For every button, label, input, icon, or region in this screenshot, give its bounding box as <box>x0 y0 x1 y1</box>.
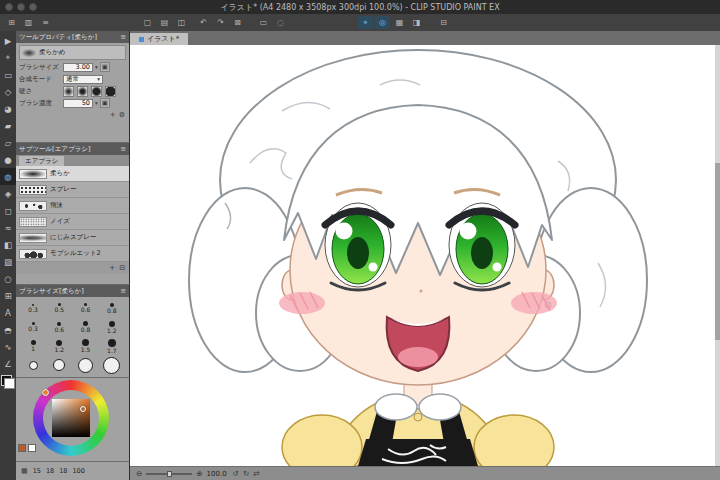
layer-move-tool-icon[interactable]: ⌖ <box>0 49 16 66</box>
rotate-left-icon[interactable]: ↺ <box>233 469 239 478</box>
select-icon[interactable]: ▭ <box>256 16 271 29</box>
balloon-tool-icon[interactable]: ◓ <box>0 321 16 338</box>
brush-size-preset[interactable]: 1.5 <box>73 337 99 355</box>
add-subtool-icon[interactable]: + <box>109 264 115 272</box>
canvas-viewport[interactable] <box>130 45 720 466</box>
figure-tool-icon[interactable]: ○ <box>0 270 16 287</box>
brush-size-preset[interactable]: 1.2 <box>99 318 125 336</box>
line-correction-tool-icon[interactable]: ∿ <box>0 338 16 355</box>
vertical-scrollbar-thumb[interactable] <box>715 163 720 340</box>
menu-icon[interactable]: ≡ <box>38 16 53 29</box>
airbrush-tool-icon[interactable]: ◍ <box>0 168 16 185</box>
flip-horizontal-icon[interactable]: ⇄ <box>253 469 259 478</box>
brush-size-preset[interactable]: 0.6 <box>46 318 72 336</box>
hardness-option-1[interactable] <box>63 86 74 97</box>
brush-size-header[interactable]: ブラシサイズ[柔らか] ≡ <box>16 285 129 297</box>
sv-marker[interactable] <box>80 406 86 412</box>
brush-size-preset[interactable]: 0.8 <box>99 299 125 317</box>
background-color-swatch[interactable] <box>4 378 15 389</box>
subtool-item-mob-silhouette[interactable]: モブシルエット2 <box>16 246 129 262</box>
brush-size-preset[interactable]: 0.3 <box>20 318 46 336</box>
subtool-item-noise[interactable]: ノイズ <box>16 214 129 230</box>
saturation-value-square[interactable] <box>52 399 90 437</box>
open-file-icon[interactable]: ▤ <box>157 16 172 29</box>
density-caret-icon[interactable]: ▾ <box>95 100 98 106</box>
brush-size-preset[interactable] <box>46 356 72 374</box>
selection-tool-icon[interactable]: ▭ <box>0 66 16 83</box>
blend-mode-dropdown[interactable]: 通常▾ <box>63 75 103 84</box>
hue-marker[interactable] <box>42 389 49 396</box>
fit-view-icon[interactable]: ⊟ <box>436 16 451 29</box>
decoration-tool-icon[interactable]: ◈ <box>0 185 16 202</box>
rotate-right-icon[interactable]: ↻ <box>243 469 249 478</box>
zoom-out-icon[interactable]: ⊖ <box>136 469 142 478</box>
ruler-tool-icon[interactable]: ∠ <box>0 355 16 372</box>
wrench-icon[interactable]: ⚙ <box>119 111 125 119</box>
new-file-icon[interactable]: ▢ <box>140 16 155 29</box>
brush-size-preset[interactable]: 1 <box>20 337 46 355</box>
close-button[interactable] <box>5 3 13 11</box>
pen-tool-icon[interactable]: ▰ <box>0 117 16 134</box>
redo-icon[interactable]: ↷ <box>213 16 228 29</box>
undo-icon[interactable]: ↶ <box>196 16 211 29</box>
panel-menu-icon[interactable]: ≡ <box>120 287 126 295</box>
brush-size-preset[interactable]: 0.5 <box>46 299 72 317</box>
eyedropper-tool-icon[interactable]: ◕ <box>0 100 16 117</box>
hardness-option-4[interactable] <box>105 86 116 97</box>
subtool-item-splash[interactable]: 飛沫 <box>16 198 129 214</box>
workspace-icon[interactable]: ⊞ <box>4 16 19 29</box>
sub-color-swatch[interactable] <box>28 444 36 452</box>
pencil-tool-icon[interactable]: ▱ <box>0 134 16 151</box>
subtool-header[interactable]: サブツール[エアブラシ] ≡ <box>16 143 129 155</box>
eraser-tool-icon[interactable]: ◻ <box>0 202 16 219</box>
brush-size-input[interactable]: 3.00 <box>63 63 93 72</box>
zoom-in-icon[interactable]: ⊕ <box>196 469 202 478</box>
brush-size-preset[interactable]: 1.2 <box>46 337 72 355</box>
text-tool-icon[interactable]: A <box>0 304 16 321</box>
color-swatch-pair[interactable] <box>1 375 15 389</box>
snap-ruler-icon[interactable]: ⌖ <box>358 16 373 29</box>
brush-preset-row[interactable]: 柔らかめ <box>19 45 126 60</box>
density-input[interactable]: 50 <box>63 99 93 108</box>
brush-size-dynamics-button[interactable]: ▣ <box>100 62 110 72</box>
subtool-item-blur-spray[interactable]: にじみスプレー <box>16 230 129 246</box>
brush-size-preset[interactable]: 0.8 <box>73 318 99 336</box>
auto-select-tool-icon[interactable]: ◇ <box>0 83 16 100</box>
brush-tool-icon[interactable]: ● <box>0 151 16 168</box>
brush-size-preset[interactable]: 0.6 <box>73 299 99 317</box>
subtool-item-soft[interactable]: 柔らか <box>16 166 129 182</box>
brush-size-preset[interactable] <box>20 356 46 374</box>
zoom-slider-knob[interactable] <box>167 471 172 477</box>
subtool-tab-airbrush[interactable]: エアブラシ <box>19 156 64 166</box>
deselect-icon[interactable]: ◌ <box>273 16 288 29</box>
brush-size-preset[interactable] <box>73 356 99 374</box>
brush-size-preset[interactable]: 0.3 <box>20 299 46 317</box>
brush-size-preset[interactable] <box>99 356 125 374</box>
material-icon[interactable]: ◨ <box>409 16 424 29</box>
color-wheel[interactable] <box>33 380 109 456</box>
palette-dock-icon[interactable]: ▥ <box>21 16 36 29</box>
subtool-item-spray[interactable]: スプレー <box>16 182 129 198</box>
save-icon[interactable]: ◫ <box>174 16 189 29</box>
brush-size-preset[interactable]: 1.7 <box>99 337 125 355</box>
clear-icon[interactable]: ⊠ <box>230 16 245 29</box>
hardness-option-3[interactable] <box>91 86 102 97</box>
grid-icon[interactable]: ▦ <box>392 16 407 29</box>
delete-subtool-icon[interactable]: ⊟ <box>119 264 125 272</box>
vertical-scrollbar[interactable] <box>715 45 720 466</box>
canvas-tab[interactable]: イラスト* <box>130 33 188 45</box>
panel-menu-icon[interactable]: ≡ <box>120 145 126 153</box>
tool-property-header[interactable]: ツールプロパティ[柔らか] ≡ <box>16 31 129 43</box>
values-grid-icon[interactable]: ▦ <box>21 467 28 475</box>
brush-size-caret-icon[interactable]: ▾ <box>95 64 98 70</box>
fill-tool-icon[interactable]: ◧ <box>0 236 16 253</box>
add-property-icon[interactable]: + <box>110 111 116 119</box>
blend-tool-icon[interactable]: ≈ <box>0 219 16 236</box>
zoom-window-button[interactable] <box>29 3 37 11</box>
snap-special-icon[interactable]: ◎ <box>375 16 390 29</box>
operation-tool-icon[interactable]: ▶ <box>0 32 16 49</box>
panel-menu-icon[interactable]: ≡ <box>120 33 126 41</box>
current-color-swatch[interactable] <box>18 444 26 452</box>
density-dynamics-button[interactable]: ▣ <box>100 98 110 108</box>
frame-border-tool-icon[interactable]: ⊞ <box>0 287 16 304</box>
